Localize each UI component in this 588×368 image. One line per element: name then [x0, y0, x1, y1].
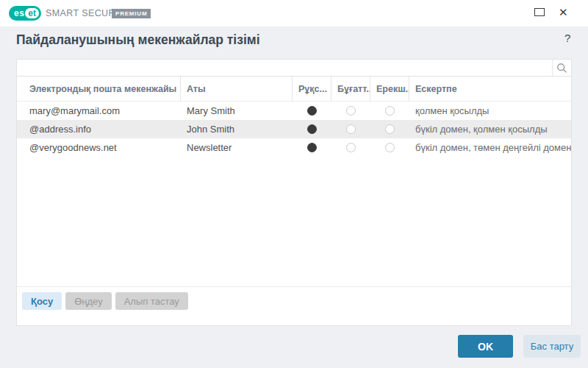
row-name: John Smith	[181, 124, 293, 135]
row-note: қолмен қосылды	[409, 105, 571, 116]
search-bar	[16, 59, 572, 77]
block-radio[interactable]	[346, 106, 356, 116]
table-body: mary@marymail.com Mary Smith қолмен қосы…	[17, 102, 571, 157]
premium-badge: PREMIUM	[112, 9, 151, 18]
exception-radio[interactable]	[385, 124, 395, 134]
allow-radio[interactable]	[307, 106, 317, 116]
ok-button[interactable]: OK	[458, 335, 513, 358]
address-list-panel: Электрондық пошта мекенжайы Аты Рұқс... …	[16, 76, 572, 326]
page-title: Пайдаланушының мекенжайлар тізімі	[16, 32, 260, 48]
table-row[interactable]: @address.info John Smith бүкіл домен, қо…	[17, 120, 571, 138]
row-email: @address.info	[17, 124, 181, 135]
remove-button[interactable]: Алып тастау	[115, 292, 188, 310]
table-empty-area	[17, 157, 571, 286]
col-header-allow[interactable]: Рұқс...	[293, 77, 331, 101]
col-header-block[interactable]: Бұғатт...	[331, 77, 370, 101]
maximize-button[interactable]	[534, 8, 545, 16]
eset-logo-text-chip: et	[25, 8, 39, 18]
titlebar: eset SMART SECURITY PREMIUM ✕	[0, 0, 588, 26]
search-button[interactable]	[552, 60, 571, 76]
allow-radio[interactable]	[307, 143, 317, 152]
row-note: бүкіл домен, қолмен қосылды	[409, 124, 571, 135]
col-header-email[interactable]: Электрондық пошта мекенжайы	[17, 77, 181, 101]
exception-radio[interactable]	[385, 143, 395, 152]
list-actions-bar: Қосу Өңдеу Алып тастау	[17, 286, 571, 325]
eset-logo-text: es	[14, 8, 24, 18]
table-row[interactable]: mary@marymail.com Mary Smith қолмен қосы…	[17, 102, 571, 120]
col-header-exception[interactable]: Ерекш...	[370, 77, 409, 101]
edit-button[interactable]: Өңдеу	[65, 292, 111, 310]
col-header-name[interactable]: Аты	[181, 77, 293, 101]
help-button[interactable]: ?	[560, 31, 575, 45]
close-button[interactable]: ✕	[559, 6, 568, 19]
block-radio[interactable]	[346, 124, 356, 134]
search-icon	[556, 63, 567, 74]
col-header-note[interactable]: Ескертпе	[409, 77, 571, 101]
table-header: Электрондық пошта мекенжайы Аты Рұқс... …	[17, 77, 571, 102]
row-email: @verygoodnews.net	[17, 142, 181, 153]
exception-radio[interactable]	[385, 106, 395, 116]
search-input[interactable]	[17, 60, 552, 76]
row-note: бүкіл домен, төмен деңгейлі доменд...	[409, 142, 571, 153]
row-email: mary@marymail.com	[17, 105, 181, 116]
row-name: Mary Smith	[181, 105, 293, 116]
add-button[interactable]: Қосу	[22, 292, 62, 310]
block-radio[interactable]	[346, 143, 356, 152]
eset-logo-icon: eset	[9, 6, 41, 21]
table-row[interactable]: @verygoodnews.net Newsletter бүкіл домен…	[17, 138, 571, 157]
cancel-button[interactable]: Бас тарту	[523, 335, 581, 358]
allow-radio[interactable]	[307, 124, 317, 134]
row-name: Newsletter	[181, 142, 293, 153]
